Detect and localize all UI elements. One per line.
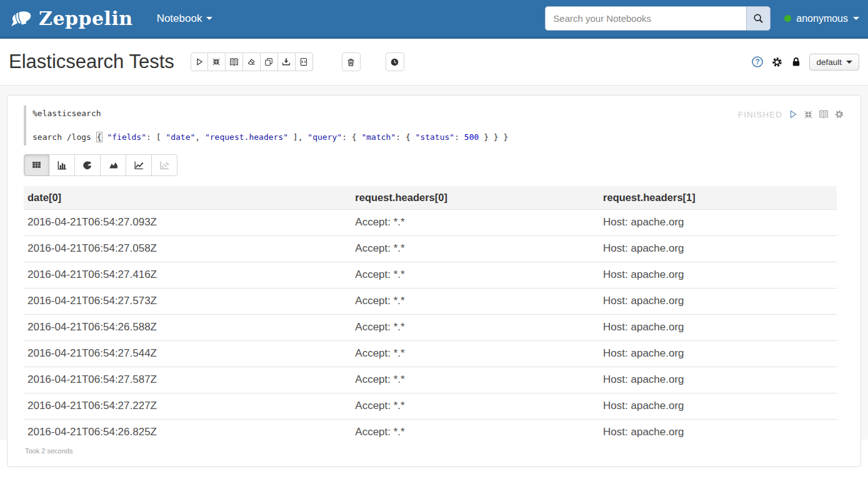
note-body: FINISHED %elasticsearch search /logs { "…	[0, 86, 868, 440]
clear-output-button[interactable]	[243, 52, 261, 71]
permissions-button[interactable]	[791, 56, 802, 67]
column-header[interactable]: request.headers[0]	[351, 186, 599, 210]
caret-down-icon	[206, 17, 212, 20]
code-token: "status"	[416, 132, 455, 142]
code-token: search /logs	[32, 132, 96, 142]
area-chart-button[interactable]	[101, 154, 126, 176]
scatter-chart-icon	[159, 160, 170, 170]
notebook-search	[545, 6, 771, 31]
table-cell: Accept: *.*	[351, 367, 599, 393]
trash-icon	[346, 57, 356, 67]
bar-chart-button[interactable]	[49, 154, 75, 176]
delete-note-button[interactable]	[342, 52, 361, 71]
table-cell: 2016-04-21T06:54:27.093Z	[24, 210, 351, 236]
code-token: } } }	[479, 132, 508, 142]
code-token: "request.headers"	[205, 132, 288, 142]
code-token: "date"	[166, 132, 195, 142]
table-row: 2016-04-21T06:54:27.587ZAccept: *.*Host:…	[24, 367, 837, 393]
table-view-button[interactable]	[24, 154, 49, 176]
code-token: "query"	[307, 132, 342, 142]
note-settings-button[interactable]	[771, 56, 783, 68]
table-cell: Host: apache.org	[599, 393, 837, 420]
eraser-icon	[247, 57, 256, 66]
code-token: "match"	[361, 132, 396, 142]
code-token: ],	[288, 132, 307, 142]
scatter-chart-button[interactable]	[152, 154, 177, 176]
code-token: "fields"	[107, 132, 146, 142]
table-cell: Host: apache.org	[599, 367, 837, 393]
note-title[interactable]: Elasticsearch Tests	[9, 51, 174, 73]
execution-time: Took 2 seconds	[25, 447, 846, 455]
search-icon	[753, 13, 764, 24]
commit-note-button[interactable]	[296, 52, 313, 71]
user-status-dot	[784, 15, 791, 22]
toggle-code-button[interactable]	[208, 52, 226, 71]
area-chart-icon	[108, 160, 119, 170]
table-cell: Accept: *.*	[351, 341, 599, 367]
line-chart-button[interactable]	[126, 154, 152, 176]
code-editor[interactable]: %elasticsearch search /logs { "fields": …	[24, 106, 846, 146]
table-cell: 2016-04-21T06:54:27.544Z	[24, 341, 351, 367]
column-header[interactable]: date[0]	[24, 186, 351, 210]
table-cell: Accept: *.*	[351, 210, 599, 236]
scheduler-button[interactable]	[386, 52, 404, 71]
gear-icon	[834, 109, 844, 119]
clock-icon	[390, 57, 399, 67]
table-cell: Host: apache.org	[599, 210, 837, 236]
table-cell: Accept: *.*	[351, 393, 599, 420]
play-icon	[788, 109, 798, 119]
column-header[interactable]: request.headers[1]	[599, 186, 837, 210]
table-row: 2016-04-21T06:54:27.573ZAccept: *.*Host:…	[24, 289, 837, 315]
export-note-button[interactable]	[278, 52, 296, 71]
lock-icon	[791, 56, 802, 67]
note-right-controls: default	[751, 54, 859, 71]
top-navbar: Zeppelin Notebook anonymous	[0, 0, 868, 39]
table-cell: Accept: *.*	[351, 262, 599, 289]
table-cell: Accept: *.*	[351, 289, 599, 315]
caret-down-icon	[853, 17, 859, 20]
toggle-editor-button[interactable]	[804, 110, 813, 119]
notebook-menu[interactable]: Notebook	[157, 12, 213, 25]
note-action-toolbar	[191, 52, 313, 71]
table-cell: Host: apache.org	[599, 262, 837, 289]
interpreter-binding-dropdown[interactable]: default	[809, 54, 859, 71]
paragraph-status-row: FINISHED	[738, 109, 844, 119]
paragraph-settings-button[interactable]	[834, 109, 844, 119]
search-button[interactable]	[746, 6, 771, 31]
table-row: 2016-04-21T06:54:27.058ZAccept: *.*Host:…	[24, 236, 837, 262]
table-row: 2016-04-21T06:54:26.588ZAccept: *.*Host:…	[24, 315, 837, 341]
note-titlebar: Elasticsearch Tests	[0, 39, 868, 86]
clone-note-button[interactable]	[261, 52, 278, 71]
table-row: 2016-04-21T06:54:27.093ZAccept: *.*Host:…	[24, 210, 837, 236]
user-menu[interactable]: anonymous	[784, 13, 859, 24]
gear-icon	[771, 56, 783, 68]
table-cell: Host: apache.org	[599, 315, 837, 341]
download-icon	[282, 57, 291, 66]
table-cell: Accept: *.*	[351, 315, 599, 341]
zeppelin-logo-icon	[9, 9, 34, 27]
code-token: : {	[396, 132, 415, 142]
table-header-row: date[0]request.headers[0]request.headers…	[24, 186, 837, 210]
table-cell: 2016-04-21T06:54:27.573Z	[24, 289, 351, 315]
notebook-menu-label: Notebook	[157, 12, 202, 25]
caret-down-icon	[846, 61, 852, 64]
table-cell: Host: apache.org	[599, 341, 837, 367]
run-paragraph-button[interactable]	[788, 109, 798, 119]
toggle-output-button[interactable]	[226, 52, 243, 71]
brand[interactable]: Zeppelin	[9, 7, 133, 29]
line-chart-icon	[134, 160, 144, 170]
compress-icon	[804, 110, 813, 119]
brand-name: Zeppelin	[39, 7, 133, 29]
code-token: 500	[464, 132, 479, 142]
display-type-toolbar	[24, 154, 846, 176]
table-cell: 2016-04-21T06:54:27.227Z	[24, 393, 351, 420]
search-input[interactable]	[545, 6, 746, 31]
table-row: 2016-04-21T06:54:27.544ZAccept: *.*Host:…	[24, 341, 837, 367]
toggle-output-button[interactable]	[819, 109, 829, 119]
run-all-button[interactable]	[191, 52, 208, 71]
book-icon	[819, 109, 829, 119]
result-table: date[0]request.headers[0]request.headers…	[24, 186, 837, 445]
pie-chart-button[interactable]	[75, 154, 101, 176]
code-token: {	[96, 132, 102, 142]
help-button[interactable]	[751, 56, 764, 68]
